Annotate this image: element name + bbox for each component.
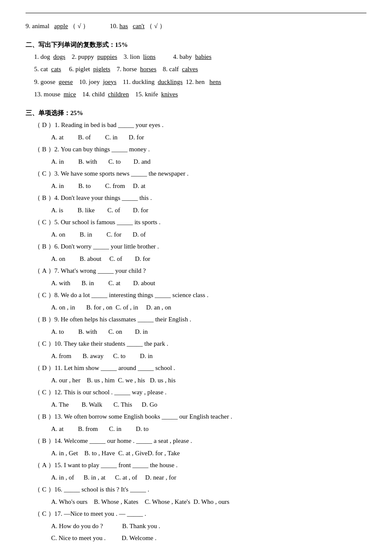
question-5: （ C ）5. Our school is famous _____ its s… (26, 217, 366, 240)
item9: 9. animal apple （ √ ） (26, 23, 89, 29)
question-16: （ C ）16. _____ school is this ? It's ___… (26, 484, 366, 508)
question-10: （ C ）10. They take their students _____ … (26, 338, 366, 362)
plural-row-1: 1. dog dogs 2. puppy puppies 3. lion lio… (26, 52, 366, 63)
question-8: （ C ）8. We do a lot _____ interesting th… (26, 290, 366, 313)
plural-row-4: 13. mouse mice 14. child children 15. kn… (26, 89, 366, 100)
question-14: （ B ）14. Welcome _____ our home . _____ … (26, 436, 366, 459)
top-divider (26, 13, 366, 13)
question-15: （ A ）15. I want to play _____ front ____… (26, 460, 366, 483)
plural-row-3: 9. goose geese 10. joey joeys 11. duckli… (26, 77, 366, 88)
question-13: （ B ）13. We often borrow some English bo… (26, 411, 366, 435)
question-6: （ B ）6. Don't worry _____ your little br… (26, 241, 366, 265)
question-17: （ C ）17. —Nice to meet you . — _____ . A… (26, 509, 366, 544)
question-12: （ C ）12. This is our school . _____ way … (26, 387, 366, 410)
question-4: （ B ）4. Don't leave your things _____ th… (26, 193, 366, 216)
question-2: （ B ）2. You can buy things _____ money .… (26, 144, 366, 168)
question-7: （ A ）7. What's wrong _____ your child ? … (26, 266, 366, 289)
question-9: （ B ）9. He often helps his classmates __… (26, 314, 366, 338)
question-3: （ C ）3. We have some sports news _____ t… (26, 168, 366, 192)
question-11: （ D ）11. Let him show _____ around _____… (26, 363, 366, 386)
item10: 10. has can't （ √ ） (110, 23, 166, 29)
section9-10-line: 9. animal apple （ √ ） 10. has can't （ √ … (26, 21, 366, 32)
section3-title: 三、单项选择：25% (26, 109, 366, 117)
plural-row-2: 5. cat cats 6. piglet piglets 7. horse h… (26, 64, 366, 75)
section2-title: 二、写出下列单词的复数形式：15% (26, 41, 366, 49)
question-1: （ D ）1. Reading in bed is bad _____ your… (26, 120, 366, 143)
